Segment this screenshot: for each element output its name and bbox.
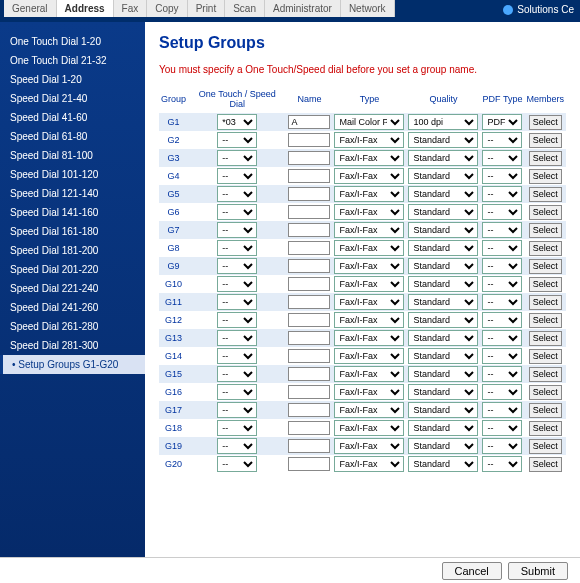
sidebar-item[interactable]: Speed Dial 1-20 [6, 70, 145, 89]
dial-select[interactable]: -- [217, 348, 257, 364]
submit-button[interactable]: Submit [508, 562, 568, 580]
name-input[interactable] [288, 169, 330, 183]
pdftype-select[interactable]: -- [482, 384, 522, 400]
tab-print[interactable]: Print [188, 0, 226, 17]
pdftype-select[interactable]: -- [482, 204, 522, 220]
type-select[interactable]: Fax/I-Fax [334, 168, 404, 184]
quality-select[interactable]: Standard [408, 366, 478, 382]
type-select[interactable]: Fax/I-Fax [334, 456, 404, 472]
sidebar-item[interactable]: Speed Dial 121-140 [6, 184, 145, 203]
quality-select[interactable]: Standard [408, 240, 478, 256]
members-select-button[interactable]: Select [529, 277, 562, 292]
members-select-button[interactable]: Select [529, 295, 562, 310]
type-select[interactable]: Fax/I-Fax [334, 240, 404, 256]
quality-select[interactable]: Standard [408, 330, 478, 346]
sidebar-item[interactable]: Speed Dial 281-300 [6, 336, 145, 355]
quality-select[interactable]: Standard [408, 384, 478, 400]
dial-select[interactable]: -- [217, 294, 257, 310]
quality-select[interactable]: Standard [408, 132, 478, 148]
dial-select[interactable]: -- [217, 186, 257, 202]
pdftype-select[interactable]: -- [482, 294, 522, 310]
members-select-button[interactable]: Select [529, 187, 562, 202]
pdftype-select[interactable]: -- [482, 402, 522, 418]
members-select-button[interactable]: Select [529, 151, 562, 166]
tab-network[interactable]: Network [341, 0, 395, 17]
sidebar-item[interactable]: Speed Dial 41-60 [6, 108, 145, 127]
type-select[interactable]: Fax/I-Fax [334, 222, 404, 238]
dial-select[interactable]: -- [217, 204, 257, 220]
pdftype-select[interactable]: -- [482, 330, 522, 346]
quality-select[interactable]: Standard [408, 294, 478, 310]
dial-select[interactable]: -- [217, 330, 257, 346]
name-input[interactable] [288, 349, 330, 363]
quality-select[interactable]: 100 dpi [408, 114, 478, 130]
pdftype-select[interactable]: -- [482, 186, 522, 202]
quality-select[interactable]: Standard [408, 168, 478, 184]
sidebar-item[interactable]: Speed Dial 61-80 [6, 127, 145, 146]
type-select[interactable]: Fax/I-Fax [334, 204, 404, 220]
type-select[interactable]: Fax/I-Fax [334, 150, 404, 166]
pdftype-select[interactable]: -- [482, 420, 522, 436]
name-input[interactable] [288, 331, 330, 345]
dial-select[interactable]: -- [217, 384, 257, 400]
members-select-button[interactable]: Select [529, 403, 562, 418]
pdftype-select[interactable]: -- [482, 150, 522, 166]
pdftype-select[interactable]: -- [482, 312, 522, 328]
tab-general[interactable]: General [4, 0, 57, 17]
type-select[interactable]: Fax/I-Fax [334, 258, 404, 274]
members-select-button[interactable]: Select [529, 367, 562, 382]
sidebar-item[interactable]: Speed Dial 161-180 [6, 222, 145, 241]
name-input[interactable] [288, 385, 330, 399]
name-input[interactable] [288, 313, 330, 327]
members-select-button[interactable]: Select [529, 349, 562, 364]
dial-select[interactable]: -- [217, 240, 257, 256]
quality-select[interactable]: Standard [408, 258, 478, 274]
dial-select[interactable]: -- [217, 222, 257, 238]
type-select[interactable]: Fax/I-Fax [334, 276, 404, 292]
quality-select[interactable]: Standard [408, 222, 478, 238]
quality-select[interactable]: Standard [408, 204, 478, 220]
quality-select[interactable]: Standard [408, 420, 478, 436]
quality-select[interactable]: Standard [408, 312, 478, 328]
name-input[interactable] [288, 151, 330, 165]
pdftype-select[interactable]: -- [482, 438, 522, 454]
pdftype-select[interactable]: -- [482, 258, 522, 274]
sidebar-item[interactable]: Speed Dial 241-260 [6, 298, 145, 317]
type-select[interactable]: Fax/I-Fax [334, 348, 404, 364]
dial-select[interactable]: *03 [217, 114, 257, 130]
dial-select[interactable]: -- [217, 168, 257, 184]
name-input[interactable] [288, 403, 330, 417]
type-select[interactable]: Fax/I-Fax [334, 294, 404, 310]
members-select-button[interactable]: Select [529, 169, 562, 184]
sidebar-item[interactable]: Speed Dial 261-280 [6, 317, 145, 336]
dial-select[interactable]: -- [217, 276, 257, 292]
sidebar-item[interactable]: Speed Dial 21-40 [6, 89, 145, 108]
name-input[interactable] [288, 439, 330, 453]
quality-select[interactable]: Standard [408, 438, 478, 454]
pdftype-select[interactable]: -- [482, 456, 522, 472]
name-input[interactable] [288, 259, 330, 273]
members-select-button[interactable]: Select [529, 133, 562, 148]
type-select[interactable]: Fax/I-Fax [334, 330, 404, 346]
quality-select[interactable]: Standard [408, 150, 478, 166]
name-input[interactable] [288, 187, 330, 201]
quality-select[interactable]: Standard [408, 186, 478, 202]
pdftype-select[interactable]: -- [482, 276, 522, 292]
quality-select[interactable]: Standard [408, 402, 478, 418]
tab-administrator[interactable]: Administrator [265, 0, 341, 17]
tab-fax[interactable]: Fax [114, 0, 148, 17]
dial-select[interactable]: -- [217, 132, 257, 148]
sidebar-item[interactable]: Speed Dial 81-100 [6, 146, 145, 165]
type-select[interactable]: Fax/I-Fax [334, 366, 404, 382]
quality-select[interactable]: Standard [408, 456, 478, 472]
tab-address[interactable]: Address [57, 0, 114, 17]
members-select-button[interactable]: Select [529, 205, 562, 220]
dial-select[interactable]: -- [217, 150, 257, 166]
members-select-button[interactable]: Select [529, 241, 562, 256]
dial-select[interactable]: -- [217, 420, 257, 436]
members-select-button[interactable]: Select [529, 115, 562, 130]
sidebar-item[interactable]: One Touch Dial 1-20 [6, 32, 145, 51]
dial-select[interactable]: -- [217, 366, 257, 382]
sidebar-item[interactable]: Speed Dial 181-200 [6, 241, 145, 260]
type-select[interactable]: Fax/I-Fax [334, 384, 404, 400]
